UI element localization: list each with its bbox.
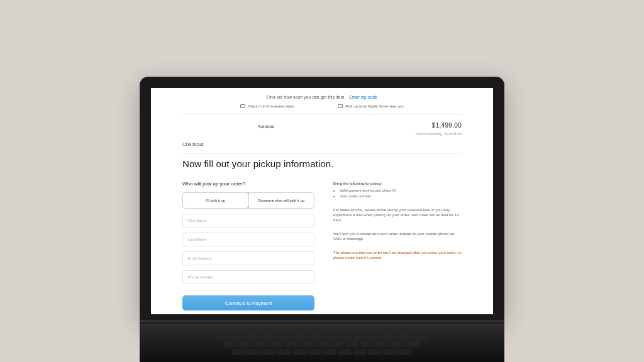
keyboard (217, 334, 427, 355)
who-picks-up-tabs: I'll pick it up Someone else will pick i… (182, 192, 314, 209)
tab-pickup-self-label: I'll pick it up (206, 199, 225, 203)
continue-button-label: Continue to Payment (225, 300, 272, 306)
pickup-requirements-head: Bring the following for pickup: (333, 181, 462, 186)
ship-option-delivery-label: Ships in 2–3 business days (248, 104, 294, 109)
pickup-requirement-item: Your order number (340, 194, 462, 199)
tab-pickup-self[interactable]: I'll pick it up (182, 192, 249, 209)
tab-pickup-other-label: Someone else will pick it up (258, 199, 304, 203)
who-picks-up-label: Who will pick up your order? (182, 181, 314, 188)
sms-note: We'll text you a receipt and send order … (333, 231, 462, 241)
shipping-prompt-text: Find out how soon you can get this item. (267, 95, 345, 99)
store-icon (338, 104, 343, 108)
laptop-frame: Find out how soon you can get this item.… (140, 77, 504, 362)
email-field[interactable]: Email Address (182, 251, 314, 265)
first-name-field[interactable]: First Name (182, 214, 314, 228)
phone-field[interactable]: Phone Number (182, 270, 314, 284)
ship-option-pickup: Pick up at an Apple Store near you (338, 104, 403, 109)
pickup-contactless-note: For faster service, please arrive during… (333, 207, 462, 222)
first-name-placeholder: First Name (188, 218, 206, 223)
phone-placeholder: Phone Number (188, 275, 213, 280)
truck-icon (240, 104, 245, 108)
subtotal-label: Subtotal (258, 124, 274, 129)
pickup-requirement-item: Valid government-issued photo ID (340, 188, 462, 193)
continue-to-payment-button[interactable]: Continue to Payment (182, 295, 314, 310)
phone-change-text: The phone number you enter can't be chan… (333, 250, 462, 260)
checkout-label: Checkout (182, 141, 462, 148)
order-summary-row: Subtotal $1,499.00 (182, 115, 462, 133)
enter-zip-link[interactable]: Enter zip code (349, 95, 377, 99)
page-title: Now fill out your pickup information. (182, 158, 462, 170)
shipping-prompt: Find out how soon you can get this item.… (182, 94, 462, 100)
divider (182, 153, 462, 154)
tab-pickup-other[interactable]: Someone else will pick it up (248, 193, 314, 208)
sms-text: We'll text you a receipt and send order … (333, 231, 462, 241)
last-name-placeholder: Last Name (188, 237, 206, 242)
screen-bezel: Find out how soon you can get this item.… (140, 77, 504, 321)
last-name-field[interactable]: Last Name (182, 233, 314, 246)
order-summary-secondary: Order Summary · $1,618.00 (182, 132, 462, 136)
ship-option-delivery: Ships in 2–3 business days (240, 104, 294, 109)
subtotal-value: $1,499.00 (432, 121, 462, 130)
email-placeholder: Email Address (188, 256, 212, 261)
phone-change-note: The phone number you enter can't be chan… (333, 250, 462, 260)
shipping-options: Ships in 2–3 business days Pick up at an… (182, 104, 462, 109)
ship-option-pickup-label: Pick up at an Apple Store near you (345, 104, 403, 109)
laptop-deck (140, 324, 504, 362)
screen: Find out how soon you can get this item.… (151, 88, 493, 314)
pickup-requirements: Bring the following for pickup: Valid go… (333, 181, 462, 199)
contactless-text: For faster service, please arrive during… (333, 207, 462, 222)
